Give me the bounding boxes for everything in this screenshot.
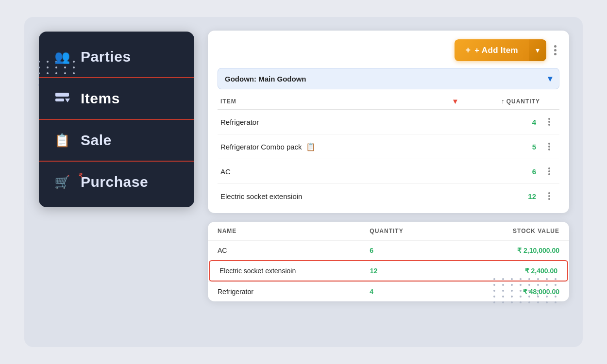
item-name: Electric socket extensioin	[220, 192, 444, 200]
menu-dot	[548, 124, 550, 126]
dot	[537, 284, 539, 286]
sidebar: 👥 Parties Items 📋 Sale 🛒 ₹	[39, 32, 194, 207]
dot	[493, 296, 495, 298]
dot	[528, 296, 530, 298]
sidebar-label-sale: Sale	[81, 132, 112, 149]
item-qty: 6	[467, 167, 540, 176]
sidebar-item-parties[interactable]: 👥 Parties	[39, 36, 194, 78]
table-row[interactable]: Refrigerator 4	[218, 110, 559, 134]
dot	[537, 278, 539, 280]
column-header-quantity: QUANTITY	[506, 98, 540, 105]
dot	[555, 284, 556, 286]
dot	[555, 278, 556, 280]
dot3	[554, 53, 556, 55]
items-icon	[52, 89, 72, 108]
dot	[493, 284, 495, 286]
add-item-dropdown-button[interactable]: ▾	[529, 39, 546, 61]
dot	[528, 290, 530, 292]
bottom-item-name: Refrigerator	[218, 288, 368, 296]
parties-icon: 👥	[52, 47, 72, 66]
svg-rect-1	[55, 99, 64, 101]
row-menu-button[interactable]	[542, 165, 556, 177]
table-header: ITEM ▼ ↑ QUANTITY	[218, 95, 559, 110]
dot2	[554, 49, 556, 51]
dot	[502, 278, 504, 280]
items-card: + + Add Item ▾ Godown: Main Godown ▾	[208, 31, 569, 213]
quantity-header-container: ↑ QUANTITY	[467, 98, 540, 105]
menu-dot	[548, 118, 550, 120]
add-item-label: + Add Item	[474, 46, 518, 55]
sidebar-item-items[interactable]: Items	[39, 78, 194, 120]
dot	[520, 284, 522, 286]
svg-rect-0	[55, 93, 69, 97]
godown-select[interactable]: Godown: Main Godown ▾	[218, 68, 559, 89]
dot	[502, 284, 504, 286]
dot	[546, 278, 548, 280]
bottom-item-qty: 4	[370, 288, 445, 296]
menu-dot	[548, 173, 550, 175]
bottom-item-qty: 12	[370, 267, 444, 275]
sidebar-item-sale[interactable]: 📋 Sale	[39, 120, 194, 162]
dot	[528, 301, 530, 303]
table-row[interactable]: Electric socket extensioin 12	[218, 184, 559, 208]
row-menu-button[interactable]	[542, 116, 556, 128]
sidebar-label-purchase: Purchase	[81, 174, 148, 190]
dot	[546, 290, 548, 292]
dot	[528, 284, 530, 286]
bottom-item-name: AC	[218, 247, 368, 254]
dot	[546, 301, 548, 303]
bottom-item-name: Electric socket extensioin	[219, 267, 368, 275]
bottom-item-qty: 6	[370, 247, 445, 254]
sidebar-label-items: Items	[81, 90, 120, 107]
svg-marker-2	[65, 99, 70, 102]
dots-right-decoration	[493, 278, 559, 303]
column-header-item: ITEM	[220, 98, 444, 105]
bottom-col-name: NAME	[218, 228, 368, 234]
table-row[interactable]: Refrigerator Combo pack 📋 5	[218, 134, 559, 159]
main-container: 👥 Parties Items 📋 Sale 🛒 ₹	[24, 17, 583, 347]
sort-up-icon[interactable]: ↑	[501, 98, 505, 105]
dot	[555, 301, 556, 303]
dot	[520, 296, 522, 298]
dot	[555, 290, 556, 292]
bottom-table-row[interactable]: AC 6 ₹ 2,10,000.00	[208, 240, 569, 260]
bottom-col-stock-value: STOCK VALUE	[447, 228, 559, 234]
item-name: AC	[220, 167, 444, 176]
sidebar-label-parties: Parties	[81, 49, 131, 65]
dot	[528, 278, 530, 280]
menu-dot	[548, 170, 550, 172]
sidebar-item-purchase[interactable]: 🛒 ₹ Purchase	[39, 162, 194, 202]
table-row[interactable]: AC 6	[218, 159, 559, 184]
dot	[493, 278, 495, 280]
dot	[511, 290, 513, 292]
add-item-button[interactable]: + + Add Item	[455, 39, 529, 61]
item-qty: 12	[467, 192, 540, 200]
dot	[546, 284, 548, 286]
more-options-button[interactable]	[551, 43, 559, 57]
godown-label: Godown: Main Godown	[225, 75, 306, 83]
sale-icon: 📋	[52, 131, 72, 150]
godown-arrow-icon: ▾	[548, 73, 552, 84]
dot	[502, 296, 504, 298]
menu-dot	[548, 121, 550, 123]
row-menu-button[interactable]	[542, 141, 556, 152]
rupee-badge: ₹	[79, 172, 83, 179]
purchase-icon: 🛒 ₹	[52, 172, 72, 192]
item-name: Refrigerator Combo pack 📋	[220, 142, 444, 151]
dot	[511, 284, 513, 286]
dropdown-arrow-icon: ▾	[536, 46, 540, 55]
menu-dot	[548, 198, 550, 200]
item-qty: 4	[467, 118, 540, 126]
dot	[537, 296, 539, 298]
row-menu-button[interactable]	[542, 190, 556, 202]
filter-icon[interactable]: ▼	[446, 97, 465, 105]
dot	[493, 290, 495, 292]
dot	[493, 301, 495, 303]
bottom-item-value: ₹ 2,400.00	[446, 267, 557, 275]
dot	[537, 301, 539, 303]
bottom-table-header: NAME QUANTITY STOCK VALUE	[208, 222, 569, 240]
item-qty: 5	[467, 143, 540, 151]
dot	[511, 296, 513, 298]
dot	[520, 301, 522, 303]
bottom-item-value: ₹ 2,10,000.00	[447, 247, 559, 254]
